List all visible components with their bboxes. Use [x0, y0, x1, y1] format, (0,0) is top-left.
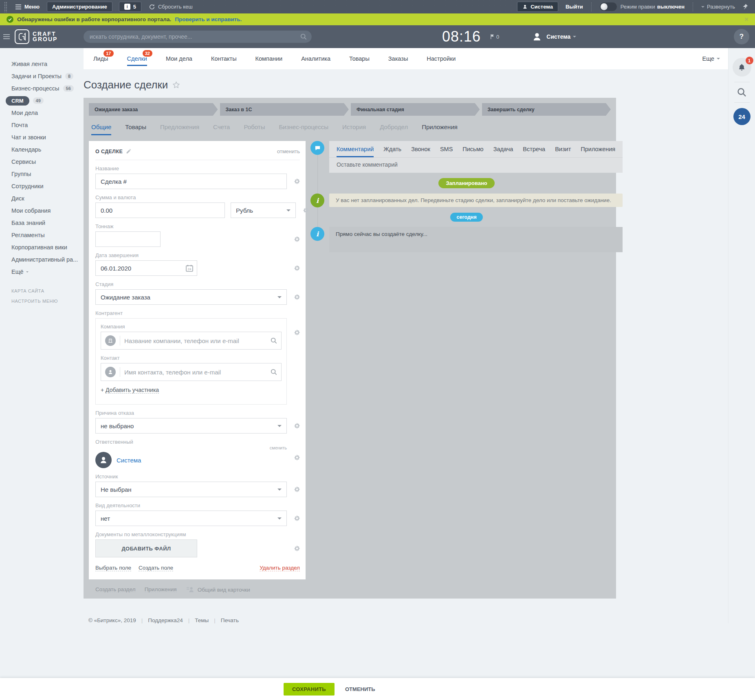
- dtab-quotes[interactable]: Предложения: [160, 123, 199, 135]
- responsible-name-link[interactable]: Система: [117, 457, 141, 464]
- tabs-more-button[interactable]: Еще: [702, 55, 720, 62]
- tab-deals[interactable]: Сделки32: [127, 48, 147, 69]
- dtab-invoices[interactable]: Счета: [213, 123, 230, 135]
- ttab-sms[interactable]: SMS: [440, 146, 453, 157]
- flag-counter[interactable]: 0: [490, 34, 499, 40]
- gear-icon[interactable]: [294, 265, 300, 271]
- global-search-input[interactable]: [84, 31, 312, 43]
- bitrix24-badge[interactable]: 24: [733, 108, 751, 125]
- gear-icon[interactable]: [294, 423, 300, 429]
- sidebar-toggle-icon[interactable]: [3, 33, 10, 40]
- sidebar-item-bp[interactable]: Бизнес-процессы56: [0, 82, 84, 95]
- footer-link-themes[interactable]: Темы: [195, 617, 209, 623]
- favorite-star-icon[interactable]: [172, 81, 180, 89]
- sidebar-item-services[interactable]: Сервисы: [0, 156, 84, 168]
- dtab-apps[interactable]: Приложения: [422, 123, 458, 135]
- sidebar-item-more[interactable]: Ещё: [0, 266, 84, 278]
- cancel-edit-link[interactable]: отменить: [277, 148, 300, 154]
- gear-icon[interactable]: [294, 178, 300, 184]
- gear-icon[interactable]: [294, 546, 300, 551]
- deal-sum-input[interactable]: [95, 203, 225, 218]
- gear-icon[interactable]: [294, 486, 300, 492]
- configure-menu-link[interactable]: НАСТРОИТЬ МЕНЮ: [0, 299, 84, 304]
- tab-analytics[interactable]: Аналитика: [301, 48, 330, 69]
- dtab-bp[interactable]: Бизнес-процессы: [279, 123, 328, 135]
- close-date-input[interactable]: [95, 260, 197, 276]
- stage-final[interactable]: Финальная стадия: [351, 103, 480, 116]
- calendar-icon[interactable]: [185, 264, 194, 272]
- sidebar-item-calendar[interactable]: Календарь: [0, 143, 84, 156]
- dtab-history[interactable]: История: [342, 123, 366, 135]
- gear-icon[interactable]: [294, 455, 300, 460]
- sidebar-item-employees[interactable]: Сотрудники: [0, 180, 84, 192]
- sidebar-item-admin[interactable]: Административный ра...: [0, 253, 84, 266]
- company-search-input[interactable]: [124, 337, 271, 344]
- tab-orders[interactable]: Заказы: [388, 48, 408, 69]
- gear-icon[interactable]: [294, 236, 300, 242]
- sidebar-item-tasks[interactable]: Задачи и Проекты8: [0, 70, 84, 82]
- contact-search-input[interactable]: [124, 369, 271, 376]
- select-field-link[interactable]: Выбрать поле: [95, 565, 131, 571]
- activity-type-select[interactable]: нет: [95, 511, 287, 526]
- sidebar-item-mail[interactable]: Почта: [0, 119, 84, 131]
- drag-handle-icon[interactable]: [4, 2, 7, 12]
- add-file-button[interactable]: ДОБАВИТЬ ФАЙЛ: [95, 539, 197, 557]
- tab-contacts[interactable]: Контакты: [211, 48, 237, 69]
- sitemap-link[interactable]: КАРТА САЙТА: [0, 288, 84, 293]
- sidebar-item-regulations[interactable]: Регламенты: [0, 229, 84, 241]
- stage-waiting-order[interactable]: Ожидание заказа: [89, 103, 218, 116]
- ttab-task[interactable]: Задача: [493, 146, 513, 157]
- stage-close-deal[interactable]: Завершить сделку: [482, 103, 611, 116]
- admin-notifications-button[interactable]: i 5: [119, 2, 141, 12]
- stage-order-1c[interactable]: Заказ в 1С: [220, 103, 349, 116]
- apps-link[interactable]: Приложения: [145, 586, 177, 593]
- dtab-products[interactable]: Товары: [125, 123, 146, 135]
- dtab-dobrodel[interactable]: Добродел: [380, 123, 408, 135]
- sidebar-item-crm-active[interactable]: CRM49: [0, 95, 84, 107]
- pin-icon[interactable]: [742, 3, 748, 10]
- source-select[interactable]: Не выбран: [95, 482, 287, 497]
- add-participant-link[interactable]: + Добавить участника: [101, 387, 159, 393]
- ttab-visit[interactable]: Визит: [555, 146, 571, 157]
- sidebar-item-wiki[interactable]: Корпоративная вики: [0, 241, 84, 253]
- ttab-comment[interactable]: Комментарий: [337, 146, 374, 157]
- tab-leads[interactable]: Лиды17: [93, 48, 108, 69]
- sidebar-item-my-activities[interactable]: Мои дела: [0, 107, 84, 119]
- tab-companies[interactable]: Компании: [255, 48, 283, 69]
- tonnage-input[interactable]: [95, 231, 161, 247]
- gear-icon[interactable]: [294, 515, 300, 521]
- create-section-link[interactable]: Создать раздел: [95, 586, 136, 593]
- sidebar-item-drive[interactable]: Диск: [0, 192, 84, 205]
- fix-errors-link[interactable]: Проверить и исправить.: [175, 16, 242, 22]
- tab-products[interactable]: Товары: [349, 48, 370, 69]
- ttab-apps[interactable]: Приложения: [581, 146, 615, 157]
- contact-search-field[interactable]: [101, 363, 282, 381]
- company-logo[interactable]: CRAFT GROUP: [15, 29, 57, 44]
- sidebar-item-chat[interactable]: Чат и звонки: [0, 131, 84, 143]
- reject-reason-select[interactable]: не выбрано: [95, 418, 287, 434]
- stage-select[interactable]: Ожидание заказа: [95, 289, 287, 305]
- expand-button[interactable]: Развернуть: [701, 4, 735, 10]
- comment-placeholder[interactable]: Оставьте комментарий: [329, 157, 623, 173]
- ttab-email[interactable]: Письмо: [462, 146, 483, 157]
- reset-cache-button[interactable]: Сбросить кеш: [149, 4, 193, 10]
- dtab-robots[interactable]: Роботы: [244, 123, 265, 135]
- card-view-link[interactable]: Общий вид карточки: [186, 586, 250, 593]
- pencil-icon[interactable]: [126, 149, 131, 154]
- cancel-button[interactable]: ОТМЕНИТЬ: [345, 686, 375, 692]
- clock[interactable]: 08:16: [442, 28, 481, 45]
- deal-name-input[interactable]: [95, 174, 287, 189]
- admin-menu-button[interactable]: Меню: [15, 3, 40, 11]
- tab-settings[interactable]: Настройки: [427, 48, 456, 69]
- help-button[interactable]: ?: [734, 29, 749, 44]
- administration-button[interactable]: Администрирование: [47, 2, 112, 12]
- edit-mode-control[interactable]: Режим правки выключен: [600, 2, 685, 11]
- company-search-field[interactable]: [101, 332, 282, 350]
- save-button[interactable]: СОХРАНИТЬ: [284, 683, 335, 696]
- user-menu[interactable]: Система: [532, 31, 576, 42]
- gear-icon[interactable]: [303, 207, 309, 213]
- sidebar-item-meetings[interactable]: Мои собрания: [0, 205, 84, 217]
- search-icon[interactable]: [271, 337, 277, 344]
- footer-link-print[interactable]: Печать: [221, 617, 239, 623]
- ttab-call[interactable]: Звонок: [411, 146, 430, 157]
